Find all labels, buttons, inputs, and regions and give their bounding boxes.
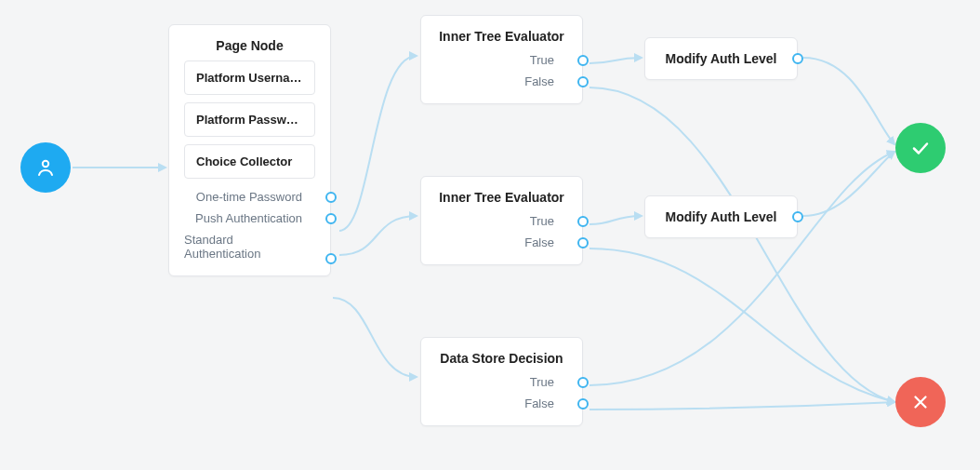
output-port[interactable] — [792, 211, 803, 222]
inner-tree-evaluator-node[interactable]: Inner Tree Evaluator True False — [420, 176, 583, 265]
output-port[interactable] — [577, 76, 589, 87]
flow-canvas[interactable]: Page Node Platform Userna… Platform Pass… — [0, 0, 980, 470]
failure-node[interactable] — [895, 377, 946, 427]
page-node-item[interactable]: Choice Collector — [184, 144, 315, 179]
page-node-output[interactable]: One-time Password — [184, 186, 315, 208]
output-label: True — [530, 53, 567, 67]
output-port[interactable] — [325, 213, 337, 224]
node-output[interactable]: True — [436, 371, 567, 393]
page-node-title: Page Node — [184, 38, 315, 53]
output-port[interactable] — [325, 192, 337, 203]
output-label: Standard Authentication — [184, 233, 315, 261]
output-label: True — [530, 375, 567, 389]
person-icon — [34, 156, 57, 179]
node-title: Modify Auth Level — [665, 51, 776, 66]
output-port[interactable] — [577, 398, 589, 410]
node-output[interactable]: True — [436, 210, 567, 232]
page-node[interactable]: Page Node Platform Userna… Platform Pass… — [168, 24, 331, 276]
page-node-output[interactable]: Standard Authentication — [184, 229, 315, 264]
modify-auth-level-node[interactable]: Modify Auth Level — [644, 195, 798, 238]
output-port[interactable] — [577, 377, 589, 388]
output-label: Push Authentication — [195, 211, 315, 225]
output-label: False — [524, 74, 567, 88]
node-title: Inner Tree Evaluator — [436, 29, 567, 44]
output-port[interactable] — [577, 237, 589, 248]
output-port[interactable] — [792, 53, 803, 64]
output-label: False — [524, 235, 567, 249]
node-output[interactable]: False — [436, 393, 567, 414]
output-label: One-time Password — [196, 190, 315, 204]
page-node-item[interactable]: Platform Userna… — [184, 60, 315, 95]
inner-tree-evaluator-node[interactable]: Inner Tree Evaluator True False — [420, 15, 583, 104]
page-node-item[interactable]: Platform Passw… — [184, 102, 315, 137]
output-label: True — [530, 214, 567, 228]
output-port[interactable] — [325, 253, 337, 264]
start-node[interactable] — [20, 142, 71, 193]
data-store-decision-node[interactable]: Data Store Decision True False — [420, 337, 583, 426]
success-node[interactable] — [895, 123, 946, 173]
check-icon — [909, 137, 932, 159]
output-port[interactable] — [577, 216, 589, 227]
node-title: Inner Tree Evaluator — [436, 190, 567, 205]
node-output[interactable]: False — [436, 71, 567, 92]
svg-point-0 — [43, 161, 48, 167]
node-title: Modify Auth Level — [665, 209, 776, 224]
node-output[interactable]: True — [436, 49, 567, 71]
page-node-output[interactable]: Push Authentication — [184, 208, 315, 229]
node-output[interactable]: False — [436, 232, 567, 253]
output-port[interactable] — [577, 55, 589, 66]
cross-icon — [910, 392, 931, 412]
node-title: Data Store Decision — [436, 351, 567, 366]
output-label: False — [524, 396, 567, 410]
modify-auth-level-node[interactable]: Modify Auth Level — [644, 37, 798, 80]
